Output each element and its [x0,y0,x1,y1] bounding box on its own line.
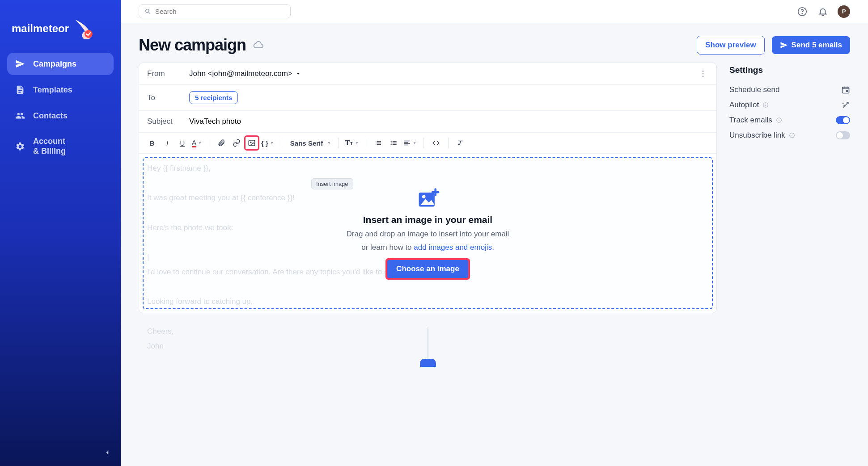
editor-area[interactable]: Hey {{ firstname }}, It was great meetin… [139,154,716,313]
setting-unsubscribe-link[interactable]: Unsubscribe link [729,128,850,143]
text-color-button[interactable]: A [191,136,203,150]
underline-button[interactable]: U [176,136,189,150]
show-preview-button[interactable]: Show preview [697,36,764,55]
page-header: New campaign Show preview Send 5 emails [139,36,850,55]
unsubscribe-toggle[interactable] [836,131,850,139]
cloud-sync-icon [253,40,264,50]
recipients-chip[interactable]: 5 recipients [189,91,238,104]
svg-point-8 [391,141,392,142]
align-button[interactable] [402,136,418,150]
dropzone-line2: or learn how to add images and emojis. [361,243,494,252]
italic-button[interactable]: I [161,136,174,150]
calendar-icon[interactable] [841,85,850,94]
svg-rect-16 [847,90,848,92]
svg-point-10 [391,144,392,145]
from-row: From John <john@mailmeteor.com> [139,63,716,85]
choose-image-highlight: Choose an image [385,258,470,280]
sidebar-item-account-billing[interactable]: Account & Billing [7,130,114,162]
setting-autopilot[interactable]: Autopilot [729,97,850,113]
add-image-icon [416,187,440,210]
add-step-button[interactable] [420,359,436,367]
chevron-down-icon [269,140,275,146]
bold-button[interactable]: B [145,136,159,150]
main: P New campaign Show preview Send 5 email… [121,0,868,466]
sidebar-item-label: Campaigns [33,59,76,69]
sidebar-item-campaigns[interactable]: Campaigns [7,53,114,75]
link-button[interactable] [230,136,243,150]
help-icon[interactable] [796,6,808,17]
compose-card: From John <john@mailmeteor.com> To 5 rec… [139,63,717,313]
editor-toolbar: B I U A [139,132,716,154]
settings-panel: Settings Schedule send Autopilot [729,63,850,143]
gear-icon [15,142,25,151]
info-icon [762,102,769,108]
more-options-icon[interactable] [698,69,708,78]
chevron-down-icon [197,140,203,146]
svg-point-3 [703,71,704,72]
page-title: New campaign [139,36,246,55]
sidebar-collapse-button[interactable] [101,446,114,459]
svg-point-7 [250,142,251,143]
search-icon [144,8,152,15]
sidebar-item-label: Templates [33,85,72,95]
to-label: To [147,93,178,102]
chevron-down-icon [354,140,360,146]
ordered-list-button[interactable] [372,136,385,150]
brand-logo[interactable]: mailmeteor [12,18,109,39]
sidebar-item-label: Account & Billing [33,137,66,156]
magic-wand-icon[interactable] [841,101,850,109]
insert-image-button[interactable] [245,136,258,150]
svg-point-9 [391,143,392,143]
from-label: From [147,69,178,78]
sidebar-item-contacts[interactable]: Contacts [7,105,114,127]
subject-row: Subject [139,111,716,132]
add-images-link[interactable]: add images and emojis [414,243,492,252]
sidebar-item-templates[interactable]: Templates [7,79,114,101]
people-icon [15,111,25,121]
bell-icon[interactable] [817,6,829,17]
unordered-list-button[interactable] [387,136,400,150]
info-icon [789,132,795,139]
search-input[interactable] [155,8,285,15]
sidebar-nav: Campaigns Templates Contacts Account & B… [7,53,114,162]
topbar: P [121,0,868,23]
avatar[interactable]: P [838,5,850,18]
svg-point-12 [422,195,425,198]
sidebar-item-label: Contacts [33,111,68,121]
search-box[interactable] [139,4,291,18]
svg-point-5 [703,76,704,77]
chevron-down-icon [412,140,417,146]
to-row: To 5 recipients [139,85,716,111]
clear-format-button[interactable] [454,136,467,150]
track-emails-toggle[interactable] [836,116,850,124]
svg-point-4 [703,73,704,75]
send-emails-button[interactable]: Send 5 emails [772,36,850,54]
content-area: New campaign Show preview Send 5 emails … [121,23,868,379]
subject-input[interactable] [189,117,708,126]
variables-button[interactable]: { } [260,136,275,150]
setting-track-emails[interactable]: Track emails [729,113,850,128]
send-icon [780,41,788,49]
image-dropzone[interactable]: Insert an image in your email Drag and d… [143,157,713,309]
meteor-icon [72,18,94,39]
dropzone-line1: Drag and drop an image to insert into yo… [347,230,509,239]
chevron-down-icon [295,71,301,77]
from-dropdown[interactable]: John <john@mailmeteor.com> [189,69,301,78]
brand-name: mailmeteor [12,22,69,35]
sidebar: mailmeteor Campaigns Templates Contacts [0,0,121,466]
setting-schedule-send[interactable]: Schedule send [729,82,850,97]
timeline-connector [428,327,428,359]
font-size-button[interactable]: TT [344,136,360,150]
code-view-button[interactable] [429,136,443,150]
send-icon [15,59,25,69]
choose-image-button[interactable]: Choose an image [387,260,468,278]
font-family-dropdown[interactable]: Sans Serif [287,136,333,150]
attachment-button[interactable] [215,136,228,150]
dropzone-title: Insert an image in your email [363,214,492,225]
info-icon [776,117,782,123]
subject-label: Subject [147,117,178,126]
file-icon [15,85,25,95]
chevron-down-icon [326,140,332,146]
settings-title: Settings [729,65,850,75]
svg-point-2 [802,13,802,13]
